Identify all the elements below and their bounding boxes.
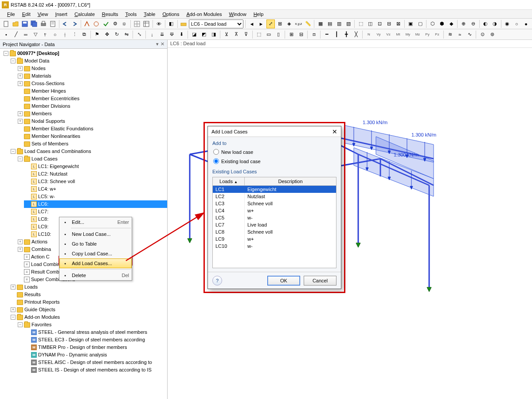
ecc-icon[interactable]: ⟊ xyxy=(60,30,69,39)
tree-root[interactable]: 000977* [Desktop] xyxy=(17,50,59,57)
tree-item[interactable]: Nodal Supports xyxy=(31,117,65,125)
rot-icon[interactable]: ↻ xyxy=(112,30,121,39)
ctx-copy-load-case[interactable]: ▪Copy Load Case... xyxy=(59,249,132,258)
tree-module[interactable]: DYNAM Pro - Dynamic analysis xyxy=(38,351,107,359)
tree-load-case[interactable]: LC1: Eigengewicht xyxy=(38,163,79,170)
expander-icon[interactable]: − xyxy=(11,315,16,320)
report-icon[interactable] xyxy=(49,20,57,28)
menu-window[interactable]: Window xyxy=(226,11,250,18)
table-icon[interactable] xyxy=(142,20,150,28)
expander-icon[interactable]: − xyxy=(18,156,23,161)
tree-addon-modules[interactable]: Add-on Modules xyxy=(24,313,60,321)
tree-model-data[interactable]: Model Data xyxy=(24,57,49,65)
tree-load-case[interactable]: LC7: xyxy=(38,208,48,215)
tree-module[interactable]: STEEL IS - Design of steel members accor… xyxy=(38,366,152,374)
calc2-icon[interactable] xyxy=(92,20,101,28)
tree-item[interactable]: Member Nonlinearities xyxy=(31,133,80,140)
list-row[interactable]: LC5w- xyxy=(213,214,336,221)
mir-icon[interactable]: ⇋ xyxy=(122,30,131,39)
next-icon[interactable]: ► xyxy=(257,20,265,28)
tree-item[interactable]: Sets of Members xyxy=(31,140,68,148)
menu-calculate[interactable]: Calculate xyxy=(71,11,98,18)
move-icon[interactable]: ✥ xyxy=(102,30,111,39)
tree-action-c[interactable]: Action C xyxy=(31,253,50,261)
t1-icon[interactable]: ⊞ xyxy=(287,30,296,39)
save-all-icon[interactable] xyxy=(30,20,38,28)
tree-results[interactable]: Results xyxy=(24,291,41,298)
calc-icon[interactable] xyxy=(83,20,91,28)
sup-icon[interactable]: ▽ xyxy=(31,30,40,39)
radio-existing-load-case[interactable]: Existing load case xyxy=(212,158,336,164)
cancel-button[interactable]: Cancel xyxy=(304,276,336,286)
ctx-go-to-table[interactable]: ▪Go to Table xyxy=(59,239,132,249)
r3-icon[interactable]: ⊽ xyxy=(242,30,250,39)
save-icon[interactable] xyxy=(20,20,29,28)
div-icon[interactable]: ⋮ xyxy=(70,30,79,39)
flag-icon[interactable]: ⚑ xyxy=(93,30,102,39)
m1-icon[interactable]: ▦ xyxy=(316,20,325,28)
tree-load-case[interactable]: LC5: w- xyxy=(38,193,55,200)
j1-icon[interactable]: ◉ xyxy=(503,20,512,28)
expander-icon[interactable]: − xyxy=(18,322,23,327)
prev-icon[interactable]: ◄ xyxy=(247,20,256,28)
q1-icon[interactable]: ◪ xyxy=(190,30,199,39)
tree-load-case[interactable]: LC3: Schnee voll xyxy=(38,178,75,185)
menu-add-on-modules[interactable]: Add-on Modules xyxy=(183,11,225,18)
tree-printout[interactable]: Printout Reports xyxy=(24,298,59,306)
tree-item[interactable]: Nodes xyxy=(31,65,46,72)
r1-icon[interactable]: ⊻ xyxy=(222,30,231,39)
hinge-icon[interactable]: ○ xyxy=(51,30,59,39)
r2-icon[interactable]: ⊼ xyxy=(232,30,241,39)
tree-module[interactable]: STEEL AISC - Design of steel members acc… xyxy=(38,359,152,366)
tree-load-cases-combinations[interactable]: Load Cases and Combinations xyxy=(24,148,91,155)
expander-icon[interactable]: + xyxy=(18,239,23,244)
list-row[interactable]: LC1Eigengewicht xyxy=(213,186,336,193)
list-row[interactable]: LC2Nutzlast xyxy=(213,193,336,200)
expander-icon[interactable]: + xyxy=(18,119,23,124)
tree-item[interactable]: Member Eccentricities xyxy=(31,95,79,102)
tree-module[interactable]: STEEL - General stress analysis of steel… xyxy=(38,329,147,336)
new-icon[interactable] xyxy=(2,20,10,28)
w-mz-icon[interactable]: Mz xyxy=(413,30,422,39)
i2-icon[interactable]: ◑ xyxy=(491,20,499,28)
expander-icon[interactable]: − xyxy=(11,59,16,63)
list-row[interactable]: LC4w+ xyxy=(213,207,336,214)
j2-icon[interactable]: ○ xyxy=(512,20,521,28)
t3-icon[interactable]: ◧ xyxy=(167,20,176,28)
expander-icon[interactable]: − xyxy=(4,51,8,56)
col-loads[interactable]: Loads xyxy=(219,179,233,184)
list-row[interactable]: LC10w- xyxy=(213,243,336,250)
set-icon[interactable]: ⧉ xyxy=(80,30,89,39)
h2-icon[interactable]: ⊖ xyxy=(469,20,477,28)
v1-icon[interactable]: ━ xyxy=(322,30,331,39)
zoom-win-icon[interactable]: ⊞ xyxy=(276,20,284,28)
expander-icon[interactable]: + xyxy=(11,307,16,312)
ruler-icon[interactable]: 📏 xyxy=(304,20,312,28)
view-icon[interactable]: 👁 xyxy=(154,20,163,28)
x2-icon[interactable]: ≈ xyxy=(455,30,464,39)
f2-icon[interactable]: ▢ xyxy=(416,20,424,28)
menu-file[interactable]: File xyxy=(4,11,19,18)
ctx-new-load-case[interactable]: ▪New Load Case... xyxy=(59,229,132,239)
spr-icon[interactable]: ⫯ xyxy=(41,30,50,39)
j3-icon[interactable]: ● xyxy=(522,20,530,28)
xyz-icon[interactable]: x,y,z xyxy=(294,20,303,28)
x3-icon[interactable]: ∿ xyxy=(465,30,474,39)
m2-icon[interactable]: ▤ xyxy=(325,20,334,28)
zoom-fit-icon[interactable]: ⤢ xyxy=(266,20,275,28)
close-nav-icon[interactable]: ✕ xyxy=(160,41,164,47)
expander-icon[interactable]: + xyxy=(18,247,23,252)
w-my-icon[interactable]: My xyxy=(403,30,412,39)
col-description[interactable]: Description xyxy=(245,177,336,185)
sc-icon[interactable]: ⤡ xyxy=(135,30,144,39)
tree-module[interactable]: TIMBER Pro - Design of timber members xyxy=(38,344,127,351)
check-icon[interactable] xyxy=(102,20,110,28)
iso-icon[interactable]: ◈ xyxy=(285,20,293,28)
list-row[interactable]: LC9w+ xyxy=(213,235,336,243)
list-row[interactable]: LC7Live load xyxy=(213,221,336,228)
list-row[interactable]: LC8Schnee voll xyxy=(213,228,336,235)
m3-icon[interactable]: ▥ xyxy=(335,20,343,28)
tree-item[interactable]: Materials xyxy=(31,72,51,80)
h1-icon[interactable]: ⊕ xyxy=(459,20,468,28)
q2-icon[interactable]: ◩ xyxy=(200,30,208,39)
